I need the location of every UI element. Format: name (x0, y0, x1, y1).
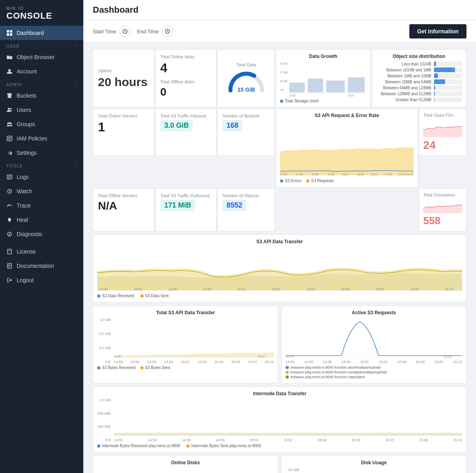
uptime-value: 20 hours (98, 75, 149, 88)
s3-outbound-card: Total S3 Traffic Outbound 171 MiB (155, 188, 217, 231)
end-time-field: End Time (137, 26, 173, 37)
s3-api-rate-chart: 14:55 14:56 14:58 14:59 15:01 15:02 15:0… (280, 120, 414, 175)
svg-text:15:10: 15:10 (406, 173, 413, 175)
sidebar-item-groups[interactable]: Groups (0, 117, 83, 131)
offline-disks-value: 0 (160, 86, 211, 98)
end-time-icon[interactable] (162, 26, 173, 37)
num-buckets-value: 168 (223, 120, 242, 131)
topbar: Dashboard (83, 0, 476, 20)
svg-rect-3 (10, 33, 12, 36)
groups-icon (6, 121, 13, 127)
sidebar-item-documentation[interactable]: Documentation (0, 259, 83, 273)
sidebar-item-iam-policies[interactable]: IAM Policies (0, 131, 83, 146)
svg-text:14:55: 14:55 (99, 287, 108, 290)
online-disks-chart-title: Online Disks (97, 460, 274, 465)
s3-errors-legend: S3 Errors (280, 179, 301, 183)
data-growth-legend-dot (280, 100, 283, 103)
goroutines-card: Total Goroutines 558 (419, 188, 466, 231)
s3-inbound-card: Total S3 Traffic Inbound 3.0 GiB (155, 108, 217, 156)
sidebar-item-account[interactable]: Account (0, 64, 83, 79)
svg-point-8 (7, 123, 9, 124)
sidebar-item-watch[interactable]: Watch (0, 184, 83, 198)
disk-usage-title: Disk Usage (286, 460, 462, 465)
disk-usage-card: Disk Usage 31 GiB16 GiB0 B 14:55 15:10 (281, 456, 466, 473)
start-time-field: Start Time (93, 26, 131, 37)
uptime-label: Uptime (98, 68, 149, 73)
num-objects-label: Number of Objects (223, 193, 270, 198)
sidebar-item-heal-label: Heal (17, 217, 28, 223)
svg-rect-40 (326, 81, 345, 92)
svg-rect-0 (7, 30, 9, 33)
sidebar-item-logs[interactable]: Logs (0, 170, 83, 184)
total-data-card: Total Data 15 GiB (217, 49, 275, 108)
sidebar-section-user: USER − (0, 40, 83, 50)
sidebar-item-object-browser[interactable]: Object Browser (0, 50, 83, 64)
page-title: Dashboard (93, 5, 138, 15)
s3-data-transfer-chart: 14:55 14:56 14:58 14:59 15:01 15:02 15:0… (97, 247, 462, 290)
sidebar-item-license-label: License (17, 248, 36, 255)
svg-text:15:05: 15:05 (341, 287, 350, 290)
obj-dist-row: Between 1MB and 10MB (376, 73, 463, 78)
sidebar-section-tools: TOOLS − (0, 160, 83, 170)
s3-outbound-value: 171 MiB (160, 200, 195, 211)
sidebar-item-documentation-label: Documentation (17, 263, 54, 269)
svg-text:15:02: 15:02 (357, 173, 364, 175)
total-s3-api-legend: S3 Bytes Received S3 Bytes Sent (97, 365, 274, 370)
svg-text:14:55: 14:55 (289, 94, 296, 96)
num-objects-card: Number of Objects 8552 (217, 188, 275, 231)
svg-text:60 GiB: 60 GiB (280, 62, 288, 65)
sidebar-item-license[interactable]: License (0, 244, 83, 259)
svg-rect-5 (7, 93, 12, 94)
svg-text:14:55: 14:55 (280, 173, 287, 175)
svg-text:15:04: 15:04 (307, 287, 315, 290)
obj-dist-row: Between 128MB and 512MB (376, 91, 463, 96)
sidebar-item-buckets[interactable]: Buckets (0, 88, 83, 103)
s3-api-rate-title: S3 API Request & Error Rate (280, 113, 414, 118)
obj-dist-row: Between 10MB and 64MB (376, 79, 463, 84)
internode-x-labels: 14:5514:5614:5814:5915:0115:0215:0415:05… (114, 438, 462, 442)
sidebar-item-diagnostic[interactable]: Diagnostic (0, 227, 83, 241)
svg-text:15:10: 15:10 (258, 355, 265, 358)
heal-icon (6, 217, 13, 223)
total-s3-api-chart: 14:55 15:10 (114, 318, 274, 358)
dashboard-content: Uptime 20 hours Total Online disks 4 Tot… (83, 43, 476, 473)
sidebar-item-settings[interactable]: Settings (0, 146, 83, 160)
sidebar-item-account-label: Account (17, 68, 37, 75)
svg-text:15:05: 15:05 (385, 173, 392, 175)
svg-point-4 (8, 69, 11, 71)
watch-icon (6, 188, 13, 194)
online-disks-label: Total Online disks (160, 54, 211, 59)
total-s3-api-title: Total S3 API Data Transfer (97, 310, 274, 315)
offline-servers-value: N/A (98, 200, 149, 212)
sidebar-item-settings-label: Settings (17, 150, 37, 156)
obj-dist-row: Greater than 512MB (376, 97, 463, 102)
svg-text:15:08: 15:08 (410, 287, 419, 290)
num-buckets-card: Number of Buckets 168 (217, 108, 275, 156)
end-time-label: End Time (137, 29, 159, 35)
svg-text:15:07: 15:07 (376, 287, 384, 290)
two-col-charts: Total S3 API Data Transfer 12 GiB6.5 GiB… (93, 306, 466, 383)
total-data-label: Total Data (236, 62, 256, 67)
svg-text:14:55: 14:55 (114, 355, 121, 358)
total-data-gauge: 15 GiB (226, 69, 266, 94)
diagnostic-icon (6, 231, 13, 237)
sidebar-item-users[interactable]: Users (0, 103, 83, 117)
sidebar-item-dashboard-label: Dashboard (17, 30, 44, 36)
sidebar-item-trace[interactable]: Trace (0, 198, 83, 213)
active-s3-title: Active S3 Requests (286, 310, 462, 315)
start-time-icon[interactable] (119, 26, 131, 37)
data-growth-card: Data Growth 60 GiB 37 GiB 19 GiB 0 B 14:… (276, 49, 371, 108)
svg-text:37 GiB: 37 GiB (280, 71, 288, 74)
sidebar-item-heal[interactable]: Heal (0, 213, 83, 227)
obj-dist-row: Less than 1024B (376, 62, 463, 66)
settings-icon (6, 150, 13, 156)
get-information-button[interactable]: Get Information (409, 24, 466, 38)
goroutines-sparkline (423, 199, 462, 215)
num-objects-value: 8552 (223, 200, 246, 211)
sidebar-item-dashboard[interactable]: Dashboard (0, 26, 83, 40)
svg-text:15:02: 15:02 (272, 287, 281, 290)
total-s3-api-x-labels: 14:5514:5614:5814:5915:0115:0215:0415:05… (114, 360, 274, 364)
sidebar-item-buckets-label: Buckets (17, 92, 36, 99)
svg-text:15:02: 15:02 (348, 94, 354, 96)
sidebar-item-logout[interactable]: Logout (0, 273, 83, 287)
